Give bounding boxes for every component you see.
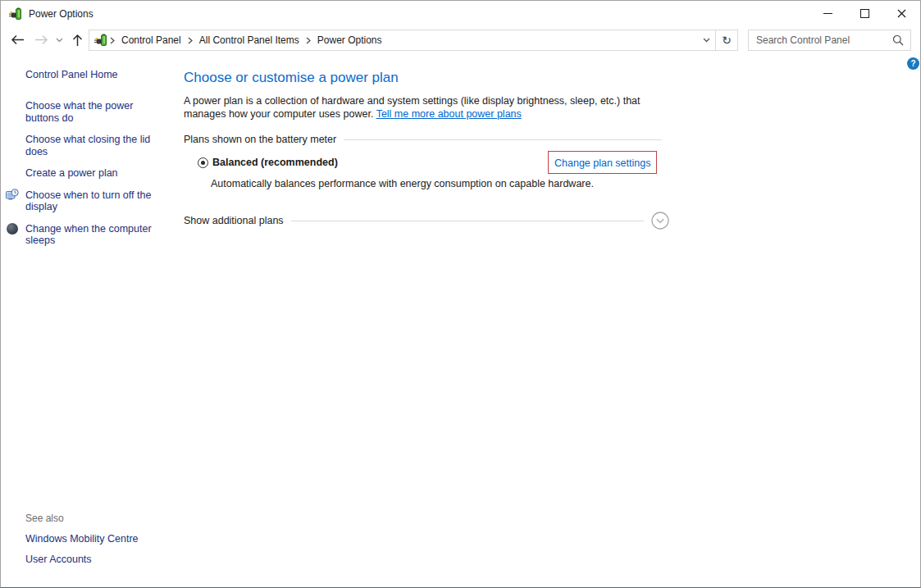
sidebar-item-user-accounts[interactable]: User Accounts (25, 554, 139, 565)
section-label: Plans shown on the battery meter (184, 134, 336, 145)
close-button[interactable] (883, 1, 920, 26)
window-controls (809, 1, 920, 26)
recent-pages-dropdown[interactable] (52, 26, 66, 53)
search-box[interactable] (748, 30, 911, 51)
balanced-plan-row: Balanced (recommended) Change plan setti… (184, 156, 920, 172)
sidebar-item-label: Change when the computer sleeps (25, 223, 152, 247)
search-input[interactable] (749, 34, 892, 46)
sidebar-item-power-buttons[interactable]: Choose what the power buttons do (25, 100, 155, 124)
power-options-icon (94, 34, 107, 47)
plan-name: Balanced (recommended) (212, 157, 338, 168)
balanced-plan-radio[interactable] (198, 157, 208, 168)
plan-description: Automatically balances performance with … (211, 178, 920, 189)
radio-dot (201, 161, 205, 165)
address-dropdown-button[interactable] (697, 30, 715, 50)
main-content: Choose or customise a power plan A power… (184, 53, 920, 587)
close-icon (897, 9, 906, 18)
chevron-down-circle-icon (651, 212, 669, 230)
breadcrumb-control-panel[interactable]: Control Panel (117, 34, 185, 46)
breadcrumb-chevron-icon[interactable] (107, 37, 117, 44)
show-additional-plans-label: Show additional plans (184, 215, 284, 226)
minimize-icon (823, 13, 832, 14)
sidebar-item-control-panel-home[interactable]: Control Panel Home (25, 69, 176, 80)
sidebar-item-computer-sleeps[interactable]: Change when the computer sleeps (25, 223, 155, 247)
maximize-button[interactable] (846, 1, 883, 26)
up-button[interactable] (66, 26, 88, 53)
breadcrumb-all-control-panel-items[interactable]: All Control Panel Items (195, 34, 303, 46)
sidebar-item-windows-mobility-centre[interactable]: Windows Mobility Centre (25, 533, 139, 545)
breadcrumb-power-options[interactable]: Power Options (313, 34, 386, 46)
see-also-section: See also Windows Mobility Centre User Ac… (25, 513, 139, 574)
forward-arrow-icon (34, 34, 48, 45)
refresh-icon: ↻ (722, 34, 732, 47)
chevron-down-icon (56, 38, 63, 43)
maximize-icon (860, 9, 869, 18)
show-additional-plans-button[interactable] (651, 212, 669, 230)
breadcrumb-chevron-icon[interactable] (303, 37, 313, 44)
window-title: Power Options (29, 8, 93, 20)
breadcrumb-chevron-icon[interactable] (185, 37, 195, 44)
title-bar: Power Options (1, 1, 920, 26)
page-title: Choose or customise a power plan (184, 70, 920, 86)
sidebar-item-label: Choose when to turn off the display (25, 189, 151, 213)
power-options-window: Power Options (0, 0, 921, 588)
navigation-bar: Control Panel All Control Panel Items Po… (1, 26, 920, 53)
section-divider (344, 139, 662, 140)
sidebar-item-create-power-plan[interactable]: Create a power plan (25, 167, 155, 180)
minimize-button[interactable] (809, 1, 846, 26)
chevron-down-icon (703, 38, 710, 43)
refresh-button[interactable]: ↻ (715, 30, 737, 50)
address-bar[interactable]: Control Panel All Control Panel Items Po… (89, 30, 738, 51)
sidebar-item-turn-off-display[interactable]: Choose when to turn off the display (25, 189, 155, 213)
battery-meter-section-header: Plans shown on the battery meter (184, 134, 662, 145)
sleep-sphere-icon (7, 223, 18, 235)
up-arrow-icon (72, 34, 83, 47)
see-also-heading: See also (25, 513, 139, 524)
section-divider (291, 221, 644, 221)
search-icon[interactable] (892, 34, 904, 46)
power-options-icon (9, 7, 22, 21)
show-additional-plans-row: Show additional plans (184, 212, 669, 230)
display-clock-icon (6, 189, 19, 202)
tell-me-more-link[interactable]: Tell me more about power plans (376, 108, 522, 120)
change-plan-settings-link[interactable]: Change plan settings (554, 157, 650, 169)
sidebar: Control Panel Home Choose what the power… (1, 53, 176, 587)
forward-button[interactable] (31, 26, 51, 53)
annotation-highlight-box: Change plan settings (548, 151, 657, 174)
back-arrow-icon (11, 34, 25, 45)
intro-paragraph: A power plan is a collection of hardware… (184, 95, 666, 121)
sidebar-item-closing-lid[interactable]: Choose what closing the lid does (25, 134, 155, 157)
back-button[interactable] (6, 26, 29, 53)
